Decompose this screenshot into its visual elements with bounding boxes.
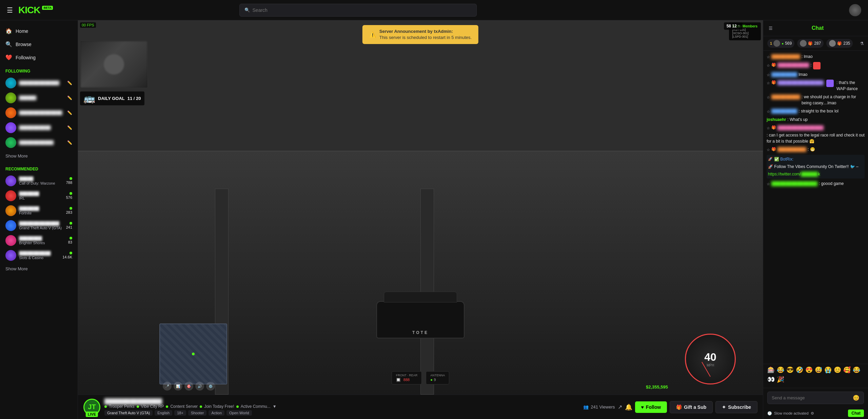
alert-icon[interactable]: 🔔: [625, 403, 632, 411]
following-channel-1[interactable]: ██████████████ ✏️: [1, 76, 76, 90]
edit-icon[interactable]: ✏️: [67, 125, 72, 130]
search-icon: 🔍: [244, 7, 250, 13]
following-channel-4[interactable]: ███████████ ✏️: [1, 120, 76, 135]
rec-channel-6[interactable]: ███████████ Slots & Casino 14.6K: [1, 248, 76, 263]
rec-channel-5[interactable]: ████████ Brighter Shores 83: [1, 233, 76, 248]
speed-unit: MPH: [707, 363, 714, 367]
channel-name: ███████████: [19, 125, 64, 130]
emote-3[interactable]: 😎: [786, 366, 794, 374]
settings-icon[interactable]: ⚙: [811, 411, 814, 416]
heart-icon: ❤️: [5, 54, 12, 61]
sidebar-item-browse-label: Browse: [16, 42, 32, 47]
gift-icon: 🎁: [771, 146, 776, 152]
edit-icon[interactable]: ✏️: [67, 81, 72, 85]
gift-sub-button[interactable]: 🎁 Gift a Sub: [670, 401, 713, 413]
emote-10[interactable]: 😂: [853, 366, 860, 374]
rec-channel-1[interactable]: █████ Call of Duty: Warzone 788: [1, 173, 76, 188]
emote-11[interactable]: 👀: [767, 376, 775, 383]
rec-channel-3[interactable]: ███████ Fortnite 283: [1, 203, 76, 218]
emoji-picker-icon[interactable]: 😊: [853, 395, 860, 401]
chat-message-2: ☆ 🎁 ███████████ :: [767, 62, 865, 69]
emote-8[interactable]: 😊: [834, 366, 841, 374]
following-channel-3[interactable]: ███████████████ ✏️: [1, 105, 76, 120]
perk-vibe: Vibe City RP: [141, 404, 164, 409]
chat-text: : What's up: [787, 117, 808, 123]
chat-panel: ☰ Chat 1 ● 569 🎁 287: [763, 20, 868, 419]
stream-actions: 👥 241 Viewers ↗ 🔔 ♥ Follow 🎁 Gift a Sub …: [583, 401, 757, 413]
gift-icon: 🎁: [676, 404, 682, 410]
chat-message-input[interactable]: [772, 395, 850, 400]
chat-text: : can I get access to the legal race rol…: [767, 132, 865, 144]
star-icon: ☆: [767, 147, 770, 153]
browse-icon: 🔍: [5, 41, 12, 47]
expand-title-icon[interactable]: ▼: [273, 404, 277, 409]
rec-channel-4[interactable]: ██████████████ Grand Theft Auto V (GTA) …: [1, 218, 76, 233]
edit-icon[interactable]: ✏️: [67, 140, 72, 145]
channel-info: ██████████████: [19, 81, 64, 85]
chat-input-box[interactable]: 😊: [767, 392, 864, 404]
sidebar-item-browse[interactable]: 🔍 Browse: [0, 38, 78, 51]
edit-icon[interactable]: ✏️: [67, 96, 72, 100]
online-dot: [137, 405, 139, 408]
sidebar-item-home-label: Home: [16, 28, 28, 34]
tag-open-world[interactable]: Open World: [226, 410, 252, 416]
chat-user: joshuaehr: [767, 117, 786, 123]
follow-button[interactable]: ♥ Follow: [635, 401, 667, 413]
tag-action[interactable]: Action: [209, 410, 224, 416]
rec-channel-2[interactable]: ███████ IRL 576: [1, 188, 76, 203]
chat-message-6: ☆ █████████ : straight to the box lol: [767, 108, 865, 114]
chat-user: ████████████████: [777, 125, 824, 131]
sidebar-item-home[interactable]: 🏠 Home: [0, 24, 78, 38]
game-tag[interactable]: Grand Theft Auto V (GTA): [104, 410, 153, 416]
viewers-icon: 👥: [583, 404, 589, 410]
emote-1[interactable]: 🎰: [767, 366, 775, 374]
channel-game: Call of Duty: Warzone: [19, 181, 63, 185]
channel-game: Slots & Casino: [19, 256, 60, 260]
emote-9[interactable]: 🥰: [843, 366, 851, 374]
following-channel-5[interactable]: ████████████ ✏️: [1, 135, 76, 150]
chatter-viewers-3: 🎁 235: [837, 41, 850, 46]
sidebar-item-following-label: Following: [16, 55, 36, 60]
chat-message-5: ☆ ██████████ : we should put a charge in…: [767, 94, 865, 106]
chat-user: ██████████: [777, 146, 806, 152]
hamburger-icon[interactable]: ☰: [7, 6, 13, 14]
gift-icon: 🎁: [771, 125, 776, 130]
emote-7[interactable]: 😭: [824, 366, 832, 374]
channel-name: ███████: [19, 191, 63, 196]
sidebar-item-following[interactable]: ❤️ Following: [0, 51, 78, 64]
emote-6[interactable]: 😅: [815, 366, 822, 374]
edit-icon[interactable]: ✏️: [67, 110, 72, 115]
channel-avatar: [5, 220, 16, 231]
chat-send-button[interactable]: Chat: [848, 410, 864, 417]
subscribe-button[interactable]: ✦ Subscribe: [715, 401, 757, 413]
tag-18plus[interactable]: 18+: [174, 410, 186, 416]
tag-shooter[interactable]: Shooter: [188, 410, 207, 416]
search-input[interactable]: [253, 7, 472, 13]
following-channel-2[interactable]: ██████ ✏️: [1, 90, 76, 105]
chat-link[interactable]: https://twitter.com/██████k: [768, 171, 820, 177]
share-icon[interactable]: ↗: [618, 404, 622, 410]
channel-avatar: [5, 235, 16, 246]
show-more-recommended[interactable]: Show More: [0, 263, 78, 275]
emote-5[interactable]: 😍: [805, 366, 813, 374]
chat-emotes-row: 🎰 😂 😎 🤣 😍 😅 😭 😊 🥰 😂 👀 🎉: [763, 364, 868, 385]
perk-active: Active Commu...: [241, 404, 271, 409]
emote-4[interactable]: 🤣: [796, 366, 803, 374]
menu-icon[interactable]: ☰: [769, 26, 773, 31]
chat-message-3: ☆ █████████ lmao: [767, 71, 865, 78]
chat-text: : straight to the box lol: [799, 108, 839, 114]
show-more-recommended-label: Show More: [5, 266, 28, 271]
logo[interactable]: KICK: [18, 5, 40, 16]
channel-avatar: [5, 250, 16, 261]
filter-icon[interactable]: ⚗: [860, 41, 864, 46]
gift-icon-3: 🎁: [837, 41, 842, 46]
show-more-following[interactable]: Show More: [0, 150, 78, 162]
user-avatar[interactable]: [849, 4, 861, 16]
clock-icon: 🕐: [767, 411, 772, 416]
tag-english[interactable]: English: [155, 410, 172, 416]
emote-12[interactable]: 🎉: [777, 376, 784, 383]
chatter-rank-1: 1: [770, 41, 772, 45]
channel-avatar: [5, 175, 16, 186]
emote-2[interactable]: 😂: [777, 366, 784, 374]
search-bar[interactable]: 🔍: [239, 4, 477, 17]
